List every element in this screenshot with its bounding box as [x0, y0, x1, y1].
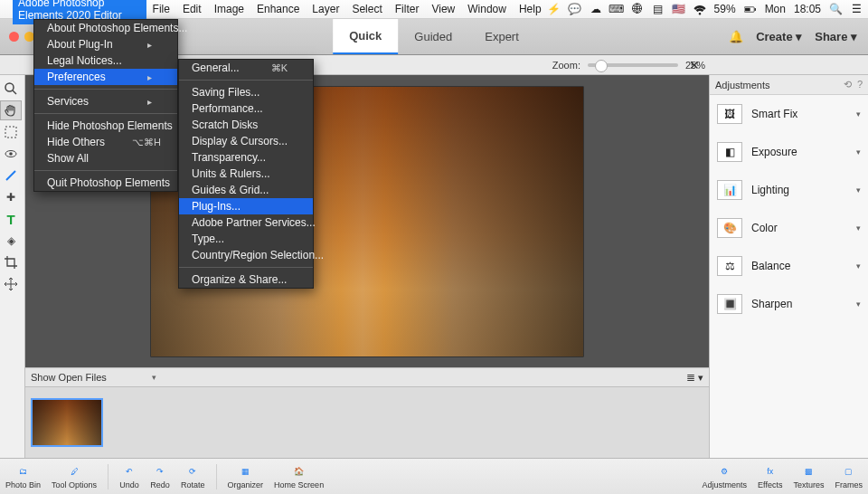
svg-point-3: [5, 83, 14, 91]
app-menu-item[interactable]: Show All: [34, 150, 177, 166]
adjustment-label: Balance: [751, 260, 790, 272]
help-icon[interactable]: ?: [857, 79, 863, 90]
adjustments-btn[interactable]: ⚙Adjustments: [703, 463, 748, 489]
prefs-menu-item[interactable]: Transparency...: [179, 149, 313, 166]
menu-file[interactable]: File: [146, 0, 176, 18]
app-menu-item[interactable]: Hide Others⌥⌘H: [34, 134, 177, 150]
adjustment-row[interactable]: ⚖Balance: [710, 247, 868, 285]
app-menu-item[interactable]: Hide Photoshop Elements^⌘H: [34, 118, 177, 134]
globe-icon[interactable]: 🌐︎: [631, 3, 644, 15]
textures-btn[interactable]: ▩Textures: [793, 463, 824, 489]
home-screen[interactable]: 🏠Home Screen: [274, 463, 324, 489]
effects-btn[interactable]: fxEffects: [758, 463, 782, 489]
heal-tool-icon[interactable]: ✚: [0, 187, 22, 207]
brush-tool-icon[interactable]: [0, 166, 22, 185]
eye-tool-icon[interactable]: [0, 144, 22, 164]
spotlight-icon[interactable]: 🔍: [829, 3, 842, 15]
prefs-menu-item[interactable]: Organize & Share...: [179, 271, 313, 288]
app-menu-item[interactable]: Legal Notices...: [34, 52, 177, 69]
adjustment-row[interactable]: ◧Exposure: [710, 133, 868, 171]
menu-edit[interactable]: Edit: [176, 0, 208, 18]
close-window[interactable]: [9, 32, 19, 42]
app-menu-dropdown: About Photoshop Elements...About Plug-In…: [33, 19, 178, 192]
adjustments-panel: Adjustments ⟲ ? 🖼Smart Fix◧Exposure📊Ligh…: [709, 75, 868, 458]
app-menu-item[interactable]: Quit Photoshop Elements⌘Q: [34, 175, 177, 191]
spot-tool-icon[interactable]: ◈: [0, 231, 22, 251]
tool-options[interactable]: 🖊Tool Options: [52, 463, 97, 489]
flag-icon[interactable]: 🇺🇸: [673, 3, 685, 15]
prefs-menu-item[interactable]: General...⌘K: [179, 60, 313, 76]
tab-expert[interactable]: Expert: [468, 19, 535, 54]
menu-day: Mon: [765, 3, 786, 15]
redo[interactable]: ↷Redo: [150, 463, 170, 489]
prefs-menu-item[interactable]: Country/Region Selection...: [179, 247, 313, 263]
messenger-icon[interactable]: 💬: [569, 3, 581, 15]
undo[interactable]: ↶Undo: [119, 463, 139, 489]
wifi-icon[interactable]: [693, 3, 706, 15]
battery-icon[interactable]: [744, 3, 757, 15]
prefs-menu-item[interactable]: Scratch Disks: [179, 117, 313, 133]
move-tool-icon[interactable]: [0, 274, 22, 294]
prefs-menu-item[interactable]: Units & Rulers...: [179, 166, 313, 182]
adjustment-label: Lighting: [751, 184, 789, 196]
photo-thumbnail[interactable]: [31, 398, 103, 447]
prefs-menu-item[interactable]: Type...: [179, 231, 313, 247]
view-mode-icon[interactable]: ▾: [686, 371, 703, 384]
app-menu-item[interactable]: About Plug-In: [34, 36, 177, 52]
svg-rect-2: [754, 8, 755, 11]
hamburger-icon[interactable]: ☰: [850, 3, 863, 15]
hand-tool-icon[interactable]: [0, 100, 22, 120]
menu-layer[interactable]: Layer: [306, 0, 345, 18]
adjustment-row[interactable]: 🔳Sharpen: [710, 285, 868, 323]
prefs-menu-item[interactable]: Performance...: [179, 100, 313, 117]
adjustment-row[interactable]: 🎨Color: [710, 209, 868, 247]
create-button[interactable]: Create ▾: [756, 30, 802, 43]
adjustment-icon: ◧: [717, 142, 742, 162]
share-button[interactable]: Share ▾: [815, 30, 857, 43]
prefs-menu-item[interactable]: Guides & Grid...: [179, 182, 313, 198]
battery-label: 59%: [714, 3, 736, 15]
prefs-menu-item[interactable]: Display & Cursors...: [179, 133, 313, 149]
crop-tool-icon[interactable]: [0, 252, 22, 272]
menu-view[interactable]: View: [425, 0, 461, 18]
close-document-icon[interactable]: ✕: [689, 58, 700, 72]
adjustment-row[interactable]: 📊Lighting: [710, 171, 868, 209]
selection-tool-icon[interactable]: [0, 122, 22, 142]
menu-window[interactable]: Window: [461, 0, 513, 18]
reset-icon[interactable]: ⟲: [844, 79, 852, 90]
tab-quick[interactable]: Quick: [333, 19, 398, 54]
svg-line-4: [13, 90, 16, 94]
photo-bin[interactable]: 🗂Photo Bin: [5, 463, 41, 489]
prefs-menu-item[interactable]: Saving Files...: [179, 84, 313, 100]
rotate[interactable]: ⟳Rotate: [181, 463, 205, 489]
menu-enhance[interactable]: Enhance: [250, 0, 306, 18]
zoom-slider[interactable]: [588, 63, 678, 67]
svg-rect-1: [745, 7, 750, 11]
open-files-dropdown[interactable]: Show Open Files: [31, 372, 156, 383]
storage-icon[interactable]: ▤: [652, 3, 665, 15]
adjustment-icon: ⚖: [717, 256, 742, 276]
bolt-icon[interactable]: ⚡: [548, 3, 561, 15]
tab-guided[interactable]: Guided: [398, 19, 468, 54]
app-menu-item[interactable]: About Photoshop Elements...: [34, 20, 177, 36]
organizer[interactable]: ▦Organizer: [228, 463, 264, 489]
menu-filter[interactable]: Filter: [389, 0, 426, 18]
adjustment-row[interactable]: 🖼Smart Fix: [710, 95, 868, 133]
menu-help[interactable]: Help: [513, 0, 548, 18]
adjustment-label: Color: [751, 222, 778, 234]
adjustment-label: Sharpen: [751, 298, 792, 310]
app-menu-item[interactable]: Preferences: [34, 69, 177, 85]
zoom-tool-icon[interactable]: [0, 79, 22, 99]
prefs-menu-item[interactable]: Adobe Partner Services...: [179, 214, 313, 231]
menu-image[interactable]: Image: [208, 0, 250, 18]
prefs-menu-item[interactable]: Plug-Ins...: [179, 198, 313, 214]
notification-bell-icon[interactable]: 🔔: [729, 30, 743, 43]
cloud-icon[interactable]: ☁︎: [590, 3, 602, 15]
keyboard-icon[interactable]: ⌨︎: [610, 3, 623, 15]
app-menus: File Edit Image Enhance Layer Select Fil…: [146, 0, 548, 18]
menu-select[interactable]: Select: [345, 0, 388, 18]
app-menu-item[interactable]: Services: [34, 93, 177, 109]
zoom-label: Zoom:: [552, 60, 580, 71]
text-tool-icon[interactable]: T: [0, 209, 22, 229]
frames-btn[interactable]: ▢Frames: [835, 463, 863, 489]
